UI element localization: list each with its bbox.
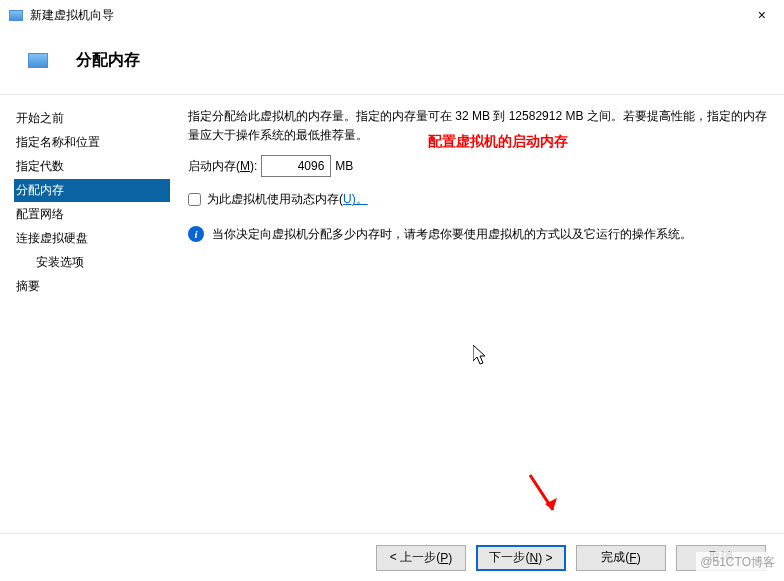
sidebar-item-before-begin[interactable]: 开始之前 [14, 107, 170, 130]
info-row: i 当你决定向虚拟机分配多少内存时，请考虑你要使用虚拟机的方式以及它运行的操作系… [188, 226, 770, 243]
watermark: @51CTO博客 [696, 552, 779, 573]
memory-unit-label: MB [335, 159, 353, 173]
info-icon: i [188, 226, 204, 242]
red-arrow-annotation-icon [525, 470, 565, 525]
sidebar-item-name-location[interactable]: 指定名称和位置 [14, 131, 170, 154]
content-area: 指定分配给此虚拟机的内存量。指定的内存量可在 32 MB 到 12582912 … [180, 95, 784, 533]
sidebar: 开始之前 指定名称和位置 指定代数 分配内存 配置网络 连接虚拟硬盘 安装选项 … [0, 95, 180, 533]
sidebar-item-vhd[interactable]: 连接虚拟硬盘 [14, 227, 170, 250]
sidebar-item-summary[interactable]: 摘要 [14, 275, 170, 298]
header-icon [22, 48, 54, 72]
page-title: 分配内存 [76, 50, 140, 71]
startup-memory-row: 启动内存(M): MB [188, 155, 770, 177]
dynamic-memory-row: 为此虚拟机使用动态内存(U)。 [188, 191, 770, 208]
dynamic-memory-checkbox[interactable] [188, 193, 201, 206]
app-icon [8, 7, 24, 23]
next-button[interactable]: 下一步(N) > [476, 545, 566, 571]
finish-button[interactable]: 完成(F) [576, 545, 666, 571]
close-button[interactable]: × [748, 3, 776, 27]
window-title: 新建虚拟机向导 [30, 7, 114, 24]
page-header: 分配内存 [0, 30, 784, 94]
body: 开始之前 指定名称和位置 指定代数 分配内存 配置网络 连接虚拟硬盘 安装选项 … [0, 95, 784, 533]
titlebar: 新建虚拟机向导 × [0, 0, 784, 30]
info-text: 当你决定向虚拟机分配多少内存时，请考虑你要使用虚拟机的方式以及它运行的操作系统。 [212, 226, 692, 243]
sidebar-item-network[interactable]: 配置网络 [14, 203, 170, 226]
back-button[interactable]: < 上一步(P) [376, 545, 466, 571]
startup-memory-label: 启动内存(M): [188, 158, 257, 175]
cursor-icon [473, 345, 489, 367]
sidebar-item-install-options[interactable]: 安装选项 [14, 251, 170, 274]
sidebar-item-generation[interactable]: 指定代数 [14, 155, 170, 178]
dynamic-memory-label: 为此虚拟机使用动态内存(U)。 [207, 191, 368, 208]
footer: < 上一步(P) 下一步(N) > 完成(F) 取消 [0, 533, 784, 581]
sidebar-item-memory[interactable]: 分配内存 [14, 179, 170, 202]
startup-memory-input[interactable] [261, 155, 331, 177]
wizard-window: 新建虚拟机向导 × 分配内存 开始之前 指定名称和位置 指定代数 分配内存 配置… [0, 0, 784, 581]
annotation-text: 配置虚拟机的启动内存 [428, 133, 568, 151]
